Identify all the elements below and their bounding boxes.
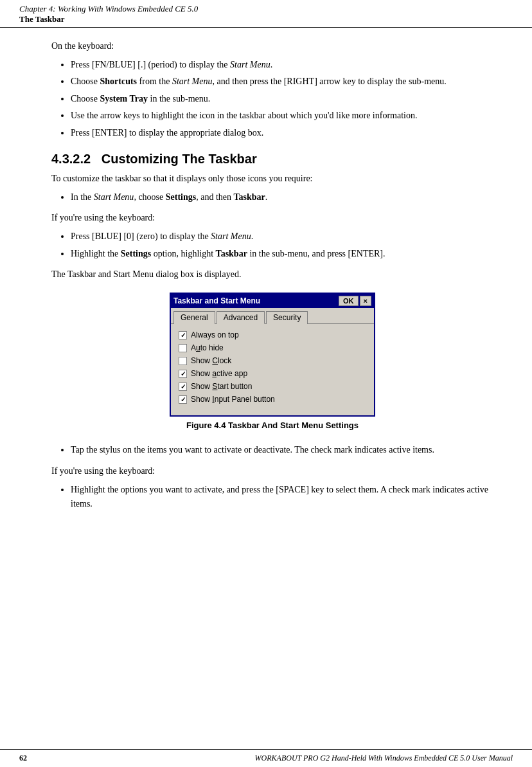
keyboard-final: If you're using the keyboard: bbox=[51, 464, 493, 478]
section-heading: 4.3.2.2 Customizing The Taskbar bbox=[51, 152, 493, 167]
section-title: The Taskbar bbox=[19, 14, 513, 24]
checkbox-show-active-app[interactable]: Show active app bbox=[179, 369, 366, 378]
list-item: Highlight the options you want to activa… bbox=[71, 483, 493, 512]
dialog-titlebar-buttons: OK × bbox=[339, 296, 371, 306]
dialog-title: Taskbar and Start Menu bbox=[173, 296, 260, 305]
taskbar-label2: Taskbar bbox=[216, 249, 247, 258]
customize-intro: To customize the taskbar so that it disp… bbox=[51, 172, 493, 185]
customize-bullets: In the Start Menu, choose Settings, and … bbox=[71, 190, 493, 204]
list-item: Tap the stylus on the items you want to … bbox=[71, 443, 493, 457]
section-number: 4.3.2.2 bbox=[51, 152, 91, 166]
dialog-body: Always on top Auto hide Show Clock Show … bbox=[171, 324, 374, 415]
tab-general[interactable]: General bbox=[173, 311, 215, 324]
checkbox-auto-hide-label: Auto hide bbox=[191, 343, 224, 352]
checkbox-show-active-app-label: Show active app bbox=[191, 369, 247, 378]
checkbox-always-on-top-box[interactable] bbox=[179, 331, 187, 339]
checkbox-show-start-button-label: Show Start button bbox=[191, 382, 252, 391]
start-menu-ref: Start Menu bbox=[230, 60, 270, 69]
list-item: In the Start Menu, choose Settings, and … bbox=[71, 190, 493, 204]
keyboard-final-bullets: Highlight the options you want to activa… bbox=[71, 483, 493, 512]
start-menu-ref4: Start Menu bbox=[211, 231, 251, 241]
tap-bullet-list: Tap the stylus on the items you want to … bbox=[71, 443, 493, 457]
list-item: Choose System Tray in the sub-menu. bbox=[71, 92, 493, 106]
page-footer: 62 WORKABOUT PRO G2 Hand-Held With Windo… bbox=[0, 749, 532, 767]
keyboard-bullets-list: Press [FN/BLUE] [.] (period) to display … bbox=[71, 58, 493, 140]
checkbox-show-clock-label: Show Clock bbox=[191, 356, 231, 365]
keyboard-check: If you're using the keyboard: bbox=[51, 211, 493, 224]
figure-caption: Figure 4.4 Taskbar And Start Menu Settin… bbox=[186, 420, 359, 430]
tab-security[interactable]: Security bbox=[266, 311, 308, 324]
list-item: Press [FN/BLUE] [.] (period) to display … bbox=[71, 58, 493, 72]
checkbox-show-input-panel-box[interactable] bbox=[179, 395, 187, 404]
tab-advanced[interactable]: Advanced bbox=[217, 311, 265, 324]
checkbox-always-on-top[interactable]: Always on top bbox=[179, 330, 366, 339]
checkbox-auto-hide-box[interactable] bbox=[179, 344, 187, 352]
footer-book-title: WORKABOUT PRO G2 Hand-Held With Windows … bbox=[255, 753, 513, 763]
list-item: Press [ENTER] to display the appropriate… bbox=[71, 126, 493, 140]
start-menu-ref2: Start Menu bbox=[172, 77, 213, 86]
page-header: Chapter 4: Working With Windows Embedded… bbox=[0, 0, 532, 28]
checkbox-show-start-button[interactable]: Show Start button bbox=[179, 382, 366, 391]
keyboard-check-bullets: Press [BLUE] [0] (zero) to display the S… bbox=[71, 230, 493, 261]
page-content: On the keyboard: Press [FN/BLUE] [.] (pe… bbox=[0, 28, 532, 530]
dialog-tabs: General Advanced Security bbox=[171, 308, 374, 324]
checkbox-show-start-button-box[interactable] bbox=[179, 383, 187, 391]
start-menu-ref3: Start Menu bbox=[94, 192, 134, 202]
section-heading-title: Customizing The Taskbar bbox=[102, 152, 257, 166]
list-item: Press [BLUE] [0] (zero) to display the S… bbox=[71, 230, 493, 244]
taskbar-label: Taskbar bbox=[234, 192, 265, 202]
chapter-title: Chapter 4: Working With Windows Embedded… bbox=[19, 4, 513, 14]
dialog-box: Taskbar and Start Menu OK × General Adva… bbox=[170, 293, 375, 417]
checkbox-auto-hide[interactable]: Auto hide bbox=[179, 343, 366, 352]
footer-page-number: 62 bbox=[19, 753, 27, 763]
system-tray-label: System Tray bbox=[100, 94, 148, 104]
list-item: Choose Shortcuts from the Start Menu, an… bbox=[71, 75, 493, 89]
dialog-intro: The Taskbar and Start Menu dialog box is… bbox=[51, 267, 493, 281]
shortcuts-label: Shortcuts bbox=[100, 77, 137, 86]
checkbox-show-active-app-box[interactable] bbox=[179, 370, 187, 378]
checkbox-show-clock[interactable]: Show Clock bbox=[179, 356, 366, 365]
checkbox-always-on-top-label: Always on top bbox=[191, 330, 239, 339]
list-item: Use the arrow keys to highlight the icon… bbox=[71, 109, 493, 123]
checkbox-show-input-panel-label: Show Input Panel button bbox=[191, 395, 275, 404]
checkbox-show-input-panel[interactable]: Show Input Panel button bbox=[179, 395, 366, 404]
dialog-container: Taskbar and Start Menu OK × General Adva… bbox=[51, 293, 493, 439]
keyboard-intro: On the keyboard: bbox=[51, 39, 493, 53]
dialog-titlebar: Taskbar and Start Menu OK × bbox=[171, 294, 374, 308]
settings-label2: Settings bbox=[121, 249, 151, 258]
checkbox-show-clock-box[interactable] bbox=[179, 357, 187, 365]
dialog-ok-button[interactable]: OK bbox=[339, 296, 359, 306]
list-item: Highlight the Settings option, highlight… bbox=[71, 247, 493, 261]
dialog-close-button[interactable]: × bbox=[360, 296, 371, 306]
settings-label: Settings bbox=[166, 192, 196, 202]
